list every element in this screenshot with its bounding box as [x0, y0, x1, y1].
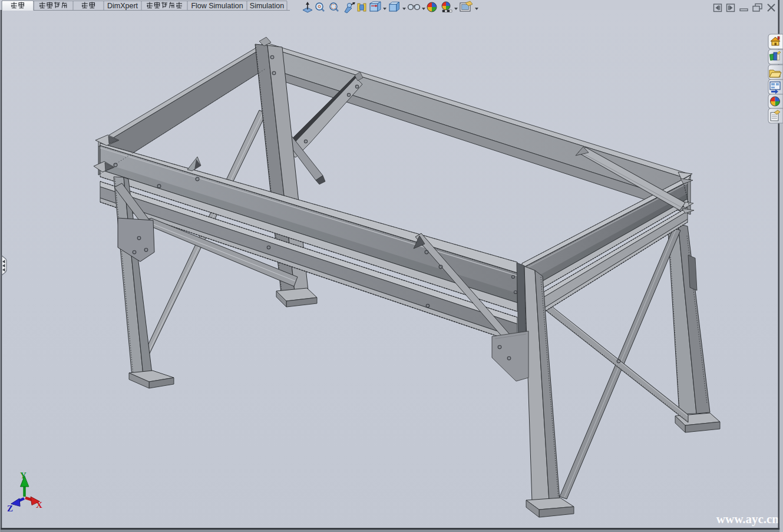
svg-text:www.ayc.cn: www.ayc.cn — [716, 512, 779, 526]
svg-text:Flow Simulation: Flow Simulation — [191, 2, 243, 10]
svg-text:Z: Z — [7, 504, 13, 513]
svg-text:DimXpert: DimXpert — [107, 2, 138, 10]
svg-text:Simulation: Simulation — [250, 2, 284, 10]
svg-text:X: X — [36, 500, 42, 510]
svg-text:Y: Y — [20, 471, 27, 480]
